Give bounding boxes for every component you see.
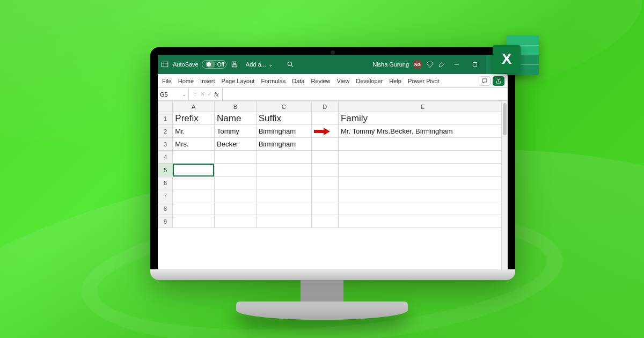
tab-data[interactable]: Data: [289, 74, 308, 87]
save-icon[interactable]: [231, 61, 238, 68]
cell-B8[interactable]: [214, 202, 256, 215]
tab-help[interactable]: Help: [386, 74, 405, 87]
cell-C8[interactable]: [256, 202, 311, 215]
cell-C4[interactable]: [256, 151, 311, 164]
tab-power-pivot[interactable]: Power Pivot: [405, 74, 443, 87]
row-header[interactable]: 3: [158, 138, 173, 151]
namebox-more-icon[interactable]: ⋮: [192, 91, 198, 98]
add-label: Add a...: [246, 61, 266, 68]
cell-B2[interactable]: Tommy: [214, 125, 256, 138]
cell-D1[interactable]: [311, 112, 338, 125]
maximize-button[interactable]: [468, 55, 482, 74]
name-box[interactable]: G5 ⌄: [158, 88, 189, 100]
cell-B6[interactable]: [214, 177, 256, 189]
diamond-icon[interactable]: [426, 61, 434, 68]
cell-C2[interactable]: Birmingham: [256, 125, 311, 138]
confirm-icon[interactable]: ✓: [207, 91, 212, 98]
cell-D8[interactable]: [311, 202, 338, 215]
svg-line-7: [291, 65, 293, 67]
cell-D9[interactable]: [311, 215, 338, 228]
tab-insert[interactable]: Insert: [197, 74, 218, 87]
vertical-scrollbar[interactable]: [501, 101, 508, 270]
cell-E8[interactable]: [338, 202, 507, 215]
cell-E9[interactable]: [338, 215, 507, 228]
minimize-button[interactable]: [450, 55, 464, 74]
autosave-toggle[interactable]: AutoSave Off: [173, 60, 226, 69]
row-header[interactable]: 7: [158, 189, 173, 202]
arrow-icon: [314, 128, 336, 135]
cell-A8[interactable]: [173, 202, 215, 215]
autosave-knob[interactable]: [206, 61, 215, 68]
excel-badge: X: [488, 32, 547, 83]
cell-A5[interactable]: [173, 164, 215, 177]
cell-E6[interactable]: [338, 177, 507, 189]
tab-view[interactable]: View: [334, 74, 353, 87]
tab-page-layout[interactable]: Page Layout: [218, 74, 258, 87]
grid: A B C D E 1PrefixNameSuffixFamily2Mr.Tom…: [158, 101, 508, 270]
cell-E2[interactable]: Mr. Tommy Mrs.Becker, Birmingham: [338, 125, 507, 138]
row-header[interactable]: 1: [158, 112, 173, 125]
cell-A2[interactable]: Mr.: [173, 125, 215, 138]
monitor-frame: AutoSave Off Add a... ⌄ Nisha Gurung NG: [150, 47, 515, 278]
cell-C5[interactable]: [256, 164, 311, 177]
cell-B5[interactable]: [214, 164, 256, 177]
monitor-chin: [150, 269, 515, 280]
row-header[interactable]: 2: [158, 125, 173, 138]
quick-access-add[interactable]: Add a... ⌄: [246, 61, 273, 68]
cell-A9[interactable]: [173, 215, 215, 228]
fx-label[interactable]: fx: [214, 91, 219, 98]
cell-C6[interactable]: [256, 177, 311, 189]
cell-D3[interactable]: [311, 138, 338, 151]
cell-A4[interactable]: [173, 151, 215, 164]
svg-point-6: [288, 62, 291, 65]
col-header-D[interactable]: D: [311, 101, 338, 112]
col-header-C[interactable]: C: [256, 101, 311, 112]
select-all-corner[interactable]: [158, 101, 173, 112]
cell-D2[interactable]: [311, 125, 338, 138]
cell-A6[interactable]: [173, 177, 215, 189]
scrollbar-thumb[interactable]: [503, 103, 507, 135]
cell-A3[interactable]: Mrs.: [173, 138, 215, 151]
row-header[interactable]: 5: [158, 164, 173, 177]
cell-B4[interactable]: [214, 151, 256, 164]
svg-marker-13: [314, 128, 330, 135]
cell-C9[interactable]: [256, 215, 311, 228]
cell-E1[interactable]: Family: [338, 112, 507, 125]
tab-developer[interactable]: Developer: [353, 74, 386, 87]
col-header-A[interactable]: A: [173, 101, 215, 112]
row-header[interactable]: 4: [158, 151, 173, 164]
cell-D4[interactable]: [311, 151, 338, 164]
cell-E5[interactable]: [338, 164, 507, 177]
tab-home[interactable]: Home: [175, 74, 197, 87]
row-header[interactable]: 9: [158, 215, 173, 228]
search-icon[interactable]: [287, 61, 294, 68]
tab-formulas[interactable]: Formulas: [258, 74, 289, 87]
svg-rect-10: [473, 63, 477, 67]
cell-C7[interactable]: [256, 189, 311, 202]
user-avatar[interactable]: NG: [413, 60, 422, 69]
row-header[interactable]: 6: [158, 177, 173, 189]
cell-B3[interactable]: Becker: [214, 138, 256, 151]
col-header-E[interactable]: E: [338, 101, 507, 112]
cell-C1[interactable]: Suffix: [256, 112, 311, 125]
row-header[interactable]: 8: [158, 202, 173, 215]
cancel-icon[interactable]: ✕: [200, 91, 205, 98]
cell-B1[interactable]: Name: [214, 112, 256, 125]
tab-review[interactable]: Review: [308, 74, 333, 87]
user-name[interactable]: Nisha Gurung: [372, 61, 409, 68]
tab-file[interactable]: File: [159, 74, 175, 87]
cell-E7[interactable]: [338, 189, 507, 202]
cell-A7[interactable]: [173, 189, 215, 202]
cell-B7[interactable]: [214, 189, 256, 202]
worksheet[interactable]: A B C D E 1PrefixNameSuffixFamily2Mr.Tom…: [158, 101, 508, 228]
cell-D6[interactable]: [311, 177, 338, 189]
cell-D7[interactable]: [311, 189, 338, 202]
cell-B9[interactable]: [214, 215, 256, 228]
brush-icon[interactable]: [438, 61, 445, 68]
cell-C3[interactable]: Birmingham: [256, 138, 311, 151]
cell-E4[interactable]: [338, 151, 507, 164]
cell-A1[interactable]: Prefix: [173, 112, 215, 125]
cell-D5[interactable]: [311, 164, 338, 177]
cell-E3[interactable]: [338, 138, 507, 151]
col-header-B[interactable]: B: [214, 101, 256, 112]
